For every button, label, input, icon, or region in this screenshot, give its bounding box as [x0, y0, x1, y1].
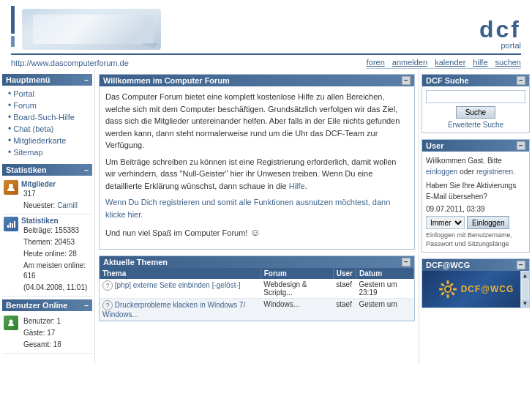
- user-login-row: Immer Einloggen: [426, 216, 525, 229]
- question-icon[interactable]: ?: [102, 300, 113, 310]
- svg-rect-12: [441, 283, 445, 288]
- header-nav: foren anmelden kalender hilfe suchen: [367, 56, 521, 69]
- user-section: User − Willkommen Gast. Bitte einloggen …: [422, 139, 530, 253]
- aktuelle-themen-collapse[interactable]: −: [402, 258, 411, 266]
- svg-point-7: [446, 287, 450, 291]
- datum-cell: Gestern um: [356, 299, 413, 321]
- svg-rect-15: [441, 292, 445, 297]
- welcome-section: Willkommen im Computer Forum − Das Compu…: [99, 74, 415, 250]
- benutzer-online-header: Benutzer Online −: [2, 299, 92, 311]
- center-content: Willkommen im Computer Forum − Das Compu…: [95, 70, 419, 363]
- login-link[interactable]: einloggen: [426, 168, 457, 176]
- welcome-p3: Wenn Du Dich registrieren und somit alle…: [105, 196, 408, 220]
- search-input[interactable]: [426, 90, 525, 103]
- dcf-wcg-body: DCF@WCG ▲ ▼: [422, 271, 529, 307]
- register-link[interactable]: Wenn Du Dich registrieren und somit alle…: [105, 198, 390, 219]
- welcome-p1: Das Computer Forum bietet eine komplett …: [105, 91, 408, 152]
- thema-cell: ? Druckerprobleme klacken in Windows 7/ …: [100, 299, 261, 321]
- sidebar-item-chat[interactable]: Chat (beta): [2, 123, 92, 135]
- gear-icon: [438, 279, 458, 299]
- hilfe-link[interactable]: Hilfe: [289, 182, 305, 190]
- login-button[interactable]: Einloggen: [467, 216, 509, 229]
- svg-rect-13: [451, 292, 455, 297]
- datum-cell: Gestern um 23:19: [356, 279, 413, 299]
- sidebar-item-forum[interactable]: Forum: [2, 100, 92, 111]
- nav-suchen[interactable]: suchen: [495, 58, 521, 67]
- right-sidebar: DCF Suche − Suche Erweiterte Suche User …: [419, 70, 532, 363]
- dcf-wcg-logo: DCF@WCG: [422, 271, 529, 307]
- sidebar-item-board-such-hilfe[interactable]: Board-Such-Hilfe: [2, 111, 92, 123]
- forum-cell: Webdesign & Scriptg...: [261, 279, 333, 299]
- benutzer-online-block: Benutzer: 1 Gäste: 17 Gesamt: 18: [2, 313, 92, 354]
- aktuelle-themen-section: Aktuelle Themen − Thema Forum User Datum: [99, 256, 415, 321]
- smiley: ☺: [250, 226, 260, 238]
- sidebar-item-portal[interactable]: Portal: [2, 88, 92, 100]
- benutzer-online-collapse[interactable]: −: [84, 302, 89, 310]
- svg-rect-10: [439, 288, 443, 291]
- themen-table: Thema Forum User Datum ? [php] externe S…: [100, 268, 414, 321]
- portal-link[interactable]: portal: [501, 41, 521, 50]
- svg-rect-3: [12, 223, 13, 228]
- neuester: Neuester: Camill: [21, 200, 79, 212]
- user-welcome-text: Willkommen Gast. Bitte einloggen oder re…: [426, 155, 525, 177]
- mitglieder-count: 317: [21, 188, 79, 200]
- site-url: http://www.dascomputerforum.de: [11, 59, 129, 67]
- dcf-wcg-text: DCF@WCG: [461, 284, 514, 294]
- header-right-area: dcf portal: [479, 18, 521, 50]
- col-thema: Thema: [100, 268, 261, 279]
- statistiken-block: Statistiken Beiträge: 155383 Themen: 204…: [2, 215, 92, 297]
- dcf-wcg-collapse[interactable]: −: [517, 261, 525, 269]
- svg-rect-4: [14, 221, 15, 228]
- site-title: dcf: [479, 18, 521, 41]
- col-datum: Datum: [356, 268, 413, 279]
- welcome-body: Das Computer Forum bietet eine komplett …: [100, 86, 414, 249]
- dcf-suche-body: Suche Erweiterte Suche: [422, 86, 529, 133]
- user-date: 09.07.2011, 03:39: [426, 205, 525, 213]
- table-row: ? Druckerprobleme klacken in Windows 7/ …: [100, 299, 414, 321]
- stats-icon: [4, 217, 18, 231]
- main-menu-section: Hauptmenü − Portal Forum Board-Such-Hilf…: [2, 74, 92, 158]
- register-link[interactable]: registrieren: [476, 168, 513, 176]
- nav-anmelden[interactable]: anmelden: [392, 58, 427, 67]
- statistiken-section: Statistiken − Mitglieder 317 Neuester: C…: [2, 164, 92, 354]
- welcome-header: Willkommen im Computer Forum −: [100, 75, 414, 86]
- scrollbar[interactable]: ▲ ▼: [520, 271, 529, 307]
- user-cell: staef: [333, 299, 356, 321]
- svg-rect-2: [10, 223, 11, 228]
- aktuelle-themen-header: Aktuelle Themen −: [100, 256, 414, 268]
- nav-foren[interactable]: foren: [367, 58, 385, 67]
- nav-hilfe[interactable]: hilfe: [473, 58, 487, 67]
- svg-rect-1: [7, 225, 9, 228]
- user-section-header: User −: [422, 140, 529, 152]
- search-button[interactable]: Suche: [456, 106, 495, 119]
- welcome-p4: Und nun viel Spaß im Computer Forum! ☺: [105, 225, 408, 240]
- question-icon[interactable]: ?: [102, 280, 113, 291]
- dcf-wcg-section: DCF@WCG −: [422, 258, 530, 308]
- sidebar-item-sitemap[interactable]: Sitemap: [2, 146, 92, 158]
- aktivierungs-text: Haben Sie Ihre Aktivierungs E-Mail übers…: [426, 180, 525, 202]
- welcome-p2: Um Beiträge schreiben zu können ist eine…: [105, 156, 408, 193]
- advanced-search-link[interactable]: Erweiterte Suche: [426, 121, 525, 129]
- user-section-collapse[interactable]: −: [517, 141, 525, 150]
- col-user: User: [333, 268, 356, 279]
- sidebar-item-mitgliederkarte[interactable]: Mitgliederkarte: [2, 135, 92, 146]
- dcf-suche-collapse[interactable]: −: [517, 76, 525, 85]
- left-sidebar: Hauptmenü − Portal Forum Board-Such-Hilf…: [0, 70, 95, 363]
- nav-kalender[interactable]: kalender: [435, 58, 465, 67]
- statistiken-header: Statistiken −: [2, 164, 92, 176]
- neuester-user[interactable]: Camill: [57, 201, 78, 209]
- thema-link[interactable]: Druckerprobleme klacken in Windows 7/ Wi…: [102, 301, 245, 318]
- thema-link[interactable]: [php] externe Seite einbinden [-gelöst-]: [115, 281, 241, 289]
- main-menu-collapse[interactable]: −: [84, 76, 89, 84]
- online-icon: [4, 316, 18, 330]
- svg-point-5: [10, 320, 13, 324]
- welcome-collapse[interactable]: −: [402, 76, 411, 85]
- session-select[interactable]: Immer: [426, 216, 465, 229]
- aktuelle-themen-body: Thema Forum User Datum ? [php] externe S…: [100, 268, 414, 321]
- members-label[interactable]: Mitglieder: [21, 180, 79, 188]
- statistiken-collapse[interactable]: −: [84, 166, 89, 174]
- main-wrapper: Hauptmenü − Portal Forum Board-Such-Hilf…: [0, 70, 532, 363]
- stats-label[interactable]: Statistiken: [21, 217, 91, 225]
- mitglieder-block: Mitglieder 317 Neuester: Camill: [2, 178, 92, 215]
- svg-rect-14: [449, 283, 454, 288]
